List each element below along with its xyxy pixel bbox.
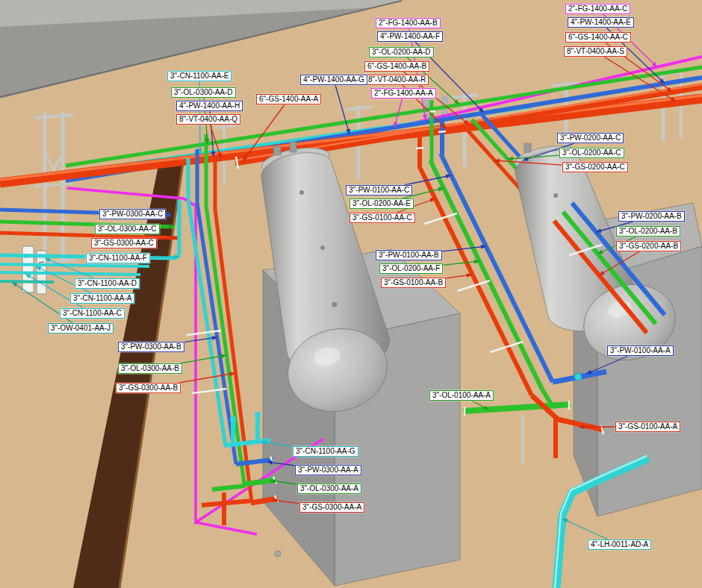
pipe-tag-label[interactable]: 3"-OL-0200-AA-D (369, 47, 434, 57)
pipe-tag-label[interactable]: 2"-FG-1400-AA-A (371, 88, 436, 98)
pipe-tag-label[interactable]: 3"-CN-1100-AA-D (75, 278, 140, 289)
pipe-tag-label[interactable]: 3"-OL-0300-AA-C (95, 224, 160, 234)
cad-3d-viewport[interactable]: 2"-FG-1400-AA-C4"-PW-1400-AA-E6"-GS-1400… (0, 0, 702, 588)
pipe-tag-label[interactable]: 3"-PW-0300-AA-C (99, 209, 166, 219)
pipe-tag-label[interactable]: 3"-GS-0300-AA-A (299, 502, 364, 513)
pipe-tag-label[interactable]: 3"-GS-0200-AA-C (562, 162, 628, 172)
pipe-tag-label[interactable]: 3"-OL-0300-AA-D (171, 87, 236, 98)
pipe-tag-label[interactable]: 3"-CN-1100-AA-A (70, 293, 134, 304)
pipe-tag-label[interactable]: 8"-VT-0400-AA-Q (176, 114, 240, 125)
pipe-tag-label[interactable]: 4"-PW-1400-AA-H (176, 101, 243, 111)
pipe-tag-label[interactable]: 3"-GS-0100-AA-A (615, 422, 680, 432)
pipe-tag-label[interactable]: 3"-PW-0300-AA-A (295, 465, 361, 475)
pipe-tag-label[interactable]: 3"-OW-0401-AA-J (48, 323, 114, 334)
pipe-tag-label[interactable]: 6"-GS-1400-AA-B (364, 61, 429, 72)
pipe-tag-label[interactable]: 3"-CN-1100-AA-G (293, 446, 358, 457)
pipe-tag-label[interactable]: 3"-GS-0100-AA-B (381, 278, 446, 288)
pipe-tag-label[interactable]: 8"-VT-0400-AA-S (564, 46, 627, 57)
pipe-tag-label[interactable]: 3"-GS-0200-AA-B (616, 241, 681, 251)
pipe-tag-label[interactable]: 3"-OL-0200-AA-F (379, 263, 443, 274)
pipe-tag-label[interactable]: 4"-PW-1400-AA-G (300, 75, 367, 85)
pipe-tag-label[interactable]: 3"-OL-0200-AA-B (616, 226, 680, 237)
pipe-tag-label[interactable]: 3"-PW-0100-AA-B (376, 250, 442, 260)
pipe-tag-label[interactable]: 3"-OL-0300-AA-B (118, 363, 182, 374)
pipe-tag-label[interactable]: 3"-PW-0200-AA-B (618, 211, 685, 222)
pipe-tag-label[interactable]: 4"-PW-1400-AA-E (568, 17, 634, 28)
pipe-tag-label[interactable]: 3"-CN-1100-AA-E (167, 71, 232, 81)
label-layer: 2"-FG-1400-AA-C4"-PW-1400-AA-E6"-GS-1400… (0, 0, 702, 588)
pipe-tag-label[interactable]: 2"-FG-1400-AA-C (565, 4, 630, 14)
pipe-tag-label[interactable]: 3"-GS-0300-AA-C (91, 238, 157, 248)
pipe-tag-label[interactable]: 3"-OL-0200-AA-E (350, 198, 414, 209)
pipe-tag-label[interactable]: 3"-PW-0100-AA-A (607, 345, 674, 356)
pipe-tag-label[interactable]: 3"-GS-0100-AA-C (350, 213, 415, 223)
pipe-tag-label[interactable]: 2"-FG-1400-AA-B (376, 18, 441, 28)
pipe-tag-label[interactable]: 3"-GS-0300-AA-B (116, 383, 181, 393)
pipe-tag-label[interactable]: 6"-GS-1400-AA-A (256, 94, 321, 104)
pipe-tag-label[interactable]: 3"-PW-0200-AA-C (557, 133, 624, 143)
pipe-tag-label[interactable]: 3"-OL-0300-AA-A (297, 484, 361, 494)
pipe-tag-label[interactable]: 3"-PW-0100-AA-C (346, 185, 412, 196)
pipe-tag-label[interactable]: 8"-VT-0400-AA-R (365, 75, 429, 85)
pipe-tag-label[interactable]: 6"-GS-1400-AA-C (565, 32, 631, 43)
pipe-tag-label[interactable]: 3"-CN-1100-AA-F (86, 253, 150, 263)
pipe-tag-label[interactable]: 3"-OL-0200-AA-C (559, 148, 624, 158)
pipe-tag-label[interactable]: 4"-LH-0011-AD-A (588, 539, 651, 550)
pipe-tag-label[interactable]: 3"-OL-0100-AA-A (429, 390, 494, 401)
pipe-tag-label[interactable]: 3"-PW-0300-AA-B (118, 342, 184, 352)
pipe-tag-label[interactable]: 3"-CN-1100-AA-C (60, 308, 125, 319)
pipe-tag-label[interactable]: 4"-PW-1400-AA-F (377, 31, 443, 42)
